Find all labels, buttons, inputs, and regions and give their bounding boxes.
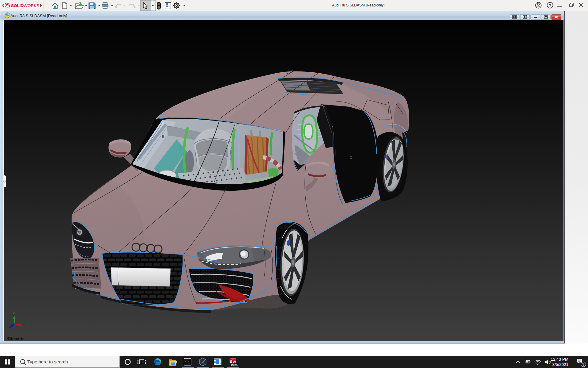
svg-text:C:\: C:\ [185, 360, 190, 363]
svg-text:2021: 2021 [231, 363, 238, 366]
svg-text:3: 3 [582, 362, 584, 366]
svg-text:Y: Y [13, 311, 15, 315]
